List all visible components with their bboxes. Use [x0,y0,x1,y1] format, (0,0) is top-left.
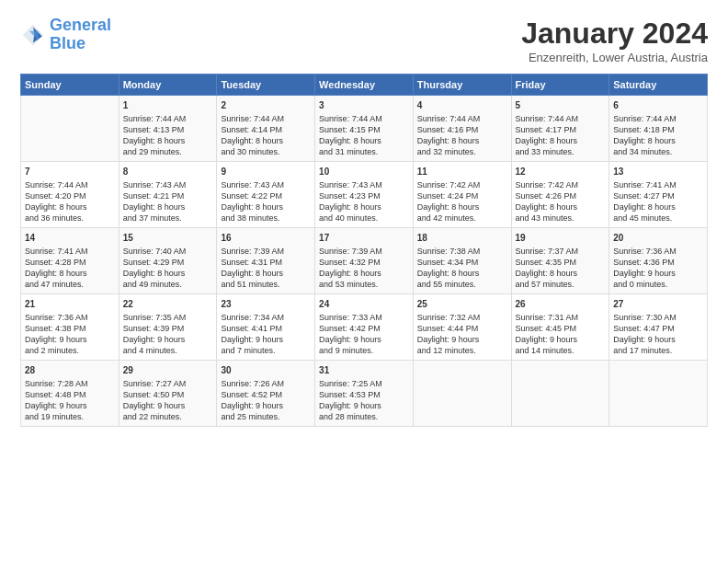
week-row-1: 1Sunrise: 7:44 AM Sunset: 4:13 PM Daylig… [21,96,708,162]
day-number: 26 [516,298,606,311]
col-saturday: Saturday [609,75,708,96]
day-cell: 26Sunrise: 7:31 AM Sunset: 4:45 PM Dayli… [511,294,609,361]
day-cell: 15Sunrise: 7:40 AM Sunset: 4:29 PM Dayli… [119,228,217,294]
day-number: 4 [417,99,507,112]
day-number: 12 [516,166,606,178]
day-cell: 19Sunrise: 7:37 AM Sunset: 4:35 PM Dayli… [511,228,609,294]
day-content: Sunrise: 7:44 AM Sunset: 4:18 PM Dayligh… [613,113,703,158]
day-content: Sunrise: 7:36 AM Sunset: 4:38 PM Dayligh… [25,312,115,357]
day-content: Sunrise: 7:42 AM Sunset: 4:26 PM Dayligh… [516,179,606,224]
day-number: 21 [25,298,115,311]
day-cell [413,361,511,427]
day-content: Sunrise: 7:25 AM Sunset: 4:53 PM Dayligh… [319,378,409,423]
day-content: Sunrise: 7:33 AM Sunset: 4:42 PM Dayligh… [319,312,409,357]
day-content: Sunrise: 7:39 AM Sunset: 4:32 PM Dayligh… [319,246,409,291]
day-content: Sunrise: 7:44 AM Sunset: 4:17 PM Dayligh… [516,113,606,158]
day-number: 20 [613,232,703,245]
week-row-4: 21Sunrise: 7:36 AM Sunset: 4:38 PM Dayli… [21,294,708,361]
header: General Blue January 2024 Enzenreith, Lo… [20,17,708,64]
col-thursday: Thursday [413,75,511,96]
day-content: Sunrise: 7:44 AM Sunset: 4:13 PM Dayligh… [123,113,213,158]
day-cell: 3Sunrise: 7:44 AM Sunset: 4:15 PM Daylig… [315,96,414,162]
day-number: 23 [221,298,311,311]
day-number: 25 [417,298,507,311]
day-content: Sunrise: 7:37 AM Sunset: 4:35 PM Dayligh… [516,246,606,291]
week-row-5: 28Sunrise: 7:28 AM Sunset: 4:48 PM Dayli… [21,361,708,427]
day-cell: 16Sunrise: 7:39 AM Sunset: 4:31 PM Dayli… [217,228,315,294]
day-number: 18 [417,232,507,245]
day-cell: 7Sunrise: 7:44 AM Sunset: 4:20 PM Daylig… [21,162,119,228]
day-cell [21,96,119,162]
day-cell: 9Sunrise: 7:43 AM Sunset: 4:22 PM Daylig… [217,162,315,228]
day-content: Sunrise: 7:44 AM Sunset: 4:15 PM Dayligh… [319,113,409,158]
day-number: 6 [613,99,703,112]
day-number: 22 [123,298,213,311]
logo-icon [20,22,46,48]
table-header: Sunday Monday Tuesday Wednesday Thursday… [21,75,708,96]
col-sunday: Sunday [21,75,119,96]
day-content: Sunrise: 7:28 AM Sunset: 4:48 PM Dayligh… [25,378,115,423]
day-number: 19 [516,232,606,245]
day-cell: 18Sunrise: 7:38 AM Sunset: 4:34 PM Dayli… [413,228,511,294]
day-cell: 8Sunrise: 7:43 AM Sunset: 4:21 PM Daylig… [119,162,217,228]
day-content: Sunrise: 7:27 AM Sunset: 4:50 PM Dayligh… [123,378,213,423]
day-cell: 20Sunrise: 7:36 AM Sunset: 4:36 PM Dayli… [609,228,708,294]
day-cell [511,361,609,427]
day-content: Sunrise: 7:36 AM Sunset: 4:36 PM Dayligh… [613,246,703,291]
day-number: 13 [613,166,703,178]
day-content: Sunrise: 7:42 AM Sunset: 4:24 PM Dayligh… [417,179,507,224]
col-wednesday: Wednesday [315,75,414,96]
week-row-3: 14Sunrise: 7:41 AM Sunset: 4:28 PM Dayli… [21,228,708,294]
day-content: Sunrise: 7:44 AM Sunset: 4:14 PM Dayligh… [221,113,311,158]
day-cell: 25Sunrise: 7:32 AM Sunset: 4:44 PM Dayli… [413,294,511,361]
day-cell: 23Sunrise: 7:34 AM Sunset: 4:41 PM Dayli… [217,294,315,361]
day-cell: 28Sunrise: 7:28 AM Sunset: 4:48 PM Dayli… [21,361,119,427]
day-cell: 22Sunrise: 7:35 AM Sunset: 4:39 PM Dayli… [119,294,217,361]
col-tuesday: Tuesday [217,75,315,96]
day-number: 24 [319,298,409,311]
day-content: Sunrise: 7:41 AM Sunset: 4:27 PM Dayligh… [613,179,703,224]
day-number: 11 [417,166,507,178]
day-content: Sunrise: 7:35 AM Sunset: 4:39 PM Dayligh… [123,312,213,357]
day-cell: 29Sunrise: 7:27 AM Sunset: 4:50 PM Dayli… [119,361,217,427]
day-number: 1 [123,99,213,112]
day-number: 7 [25,166,115,178]
day-number: 5 [516,99,606,112]
day-cell: 24Sunrise: 7:33 AM Sunset: 4:42 PM Dayli… [315,294,414,361]
day-number: 16 [221,232,311,245]
day-number: 8 [123,166,213,178]
day-content: Sunrise: 7:39 AM Sunset: 4:31 PM Dayligh… [221,246,311,291]
day-content: Sunrise: 7:31 AM Sunset: 4:45 PM Dayligh… [516,312,606,357]
day-cell: 27Sunrise: 7:30 AM Sunset: 4:47 PM Dayli… [609,294,708,361]
day-cell: 5Sunrise: 7:44 AM Sunset: 4:17 PM Daylig… [511,96,609,162]
day-number: 28 [25,364,115,377]
logo: General Blue [20,17,111,53]
day-number: 14 [25,232,115,245]
day-content: Sunrise: 7:30 AM Sunset: 4:47 PM Dayligh… [613,312,703,357]
day-number: 27 [613,298,703,311]
day-content: Sunrise: 7:40 AM Sunset: 4:29 PM Dayligh… [123,246,213,291]
day-cell: 10Sunrise: 7:43 AM Sunset: 4:23 PM Dayli… [315,162,414,228]
day-number: 15 [123,232,213,245]
day-content: Sunrise: 7:41 AM Sunset: 4:28 PM Dayligh… [25,246,115,291]
day-cell: 2Sunrise: 7:44 AM Sunset: 4:14 PM Daylig… [217,96,315,162]
day-content: Sunrise: 7:26 AM Sunset: 4:52 PM Dayligh… [221,378,311,423]
day-cell: 11Sunrise: 7:42 AM Sunset: 4:24 PM Dayli… [413,162,511,228]
day-number: 2 [221,99,311,112]
day-content: Sunrise: 7:32 AM Sunset: 4:44 PM Dayligh… [417,312,507,357]
day-cell: 30Sunrise: 7:26 AM Sunset: 4:52 PM Dayli… [217,361,315,427]
day-number: 3 [319,99,409,112]
day-number: 10 [319,166,409,178]
day-number: 31 [319,364,409,377]
calendar-table: Sunday Monday Tuesday Wednesday Thursday… [20,74,708,427]
day-content: Sunrise: 7:44 AM Sunset: 4:16 PM Dayligh… [417,113,507,158]
day-cell: 13Sunrise: 7:41 AM Sunset: 4:27 PM Dayli… [609,162,708,228]
day-cell: 1Sunrise: 7:44 AM Sunset: 4:13 PM Daylig… [119,96,217,162]
day-content: Sunrise: 7:38 AM Sunset: 4:34 PM Dayligh… [417,246,507,291]
title-block: January 2024 Enzenreith, Lower Austria, … [521,17,708,64]
logo-text: General Blue [50,17,111,53]
day-cell: 4Sunrise: 7:44 AM Sunset: 4:16 PM Daylig… [413,96,511,162]
day-number: 9 [221,166,311,178]
day-content: Sunrise: 7:43 AM Sunset: 4:23 PM Dayligh… [319,179,409,224]
day-cell: 17Sunrise: 7:39 AM Sunset: 4:32 PM Dayli… [315,228,414,294]
